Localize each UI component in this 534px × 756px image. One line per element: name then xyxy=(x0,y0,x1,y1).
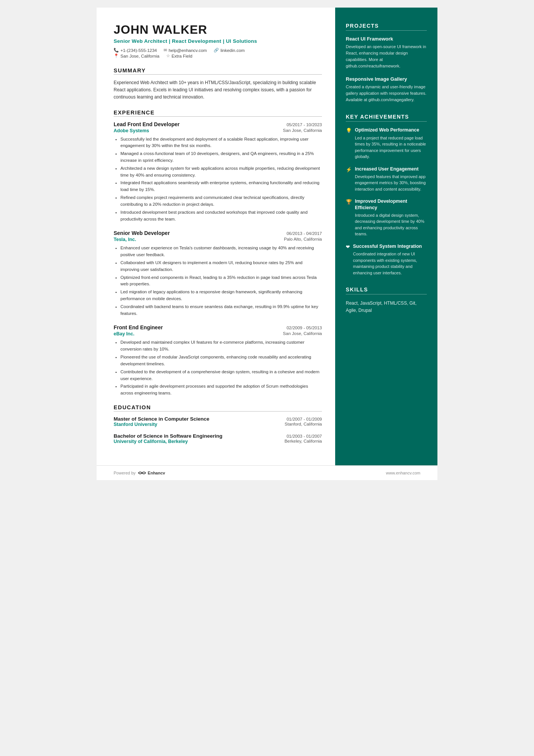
achievement-1-desc: Developed features that improved app eng… xyxy=(355,174,427,193)
bullet-item: Integrated React applications seamlessly… xyxy=(120,180,322,193)
achievements-title: KEY ACHIEVEMENTS xyxy=(346,114,427,120)
edu-1: Bachelor of Science in Software Engineer… xyxy=(114,433,322,444)
skills-text: React, JavaScript, HTML/CSS, Git, Agile,… xyxy=(346,300,427,314)
edu-1-header: Bachelor of Science in Software Engineer… xyxy=(114,433,322,439)
edu-0-dates: 01/2007 - 01/2009 xyxy=(287,417,322,421)
contact-row-1: 📞 +1-(234)-555-1234 ✉ help@enhancv.com 🔗… xyxy=(114,48,322,53)
phone-number: +1-(234)-555-1234 xyxy=(120,48,157,53)
project-0: React UI Framework Developed an open-sou… xyxy=(346,36,427,69)
skills-section: SKILLS React, JavaScript, HTML/CSS, Git,… xyxy=(346,286,427,314)
email-icon: ✉ xyxy=(164,48,167,53)
location-item: 📍 San Jose, California xyxy=(114,53,159,58)
edu-0-school-row: Stanford University Stanford, California xyxy=(114,422,322,427)
footer-website: www.enhancv.com xyxy=(386,471,420,475)
job-0-company: Adobe Systems xyxy=(114,128,149,133)
job-1-dates: 06/2013 - 04/2017 xyxy=(287,231,322,236)
resume-wrapper: JOHN WALKER Senior Web Architect | React… xyxy=(97,8,437,480)
achievement-3-content: Successful System Integration Coordinate… xyxy=(353,243,427,276)
header-section: JOHN WALKER Senior Web Architect | React… xyxy=(114,23,322,58)
linkedin-item: 🔗 linkedin.com xyxy=(214,48,245,53)
achievement-0-content: Optimized Web Performance Led a project … xyxy=(355,127,427,160)
edu-1-location: Berkeley, California xyxy=(284,439,322,444)
edu-1-school: University of California, Berkeley xyxy=(114,439,188,444)
achievement-3-desc: Coordinated integration of new UI compon… xyxy=(353,251,427,276)
edu-1-school-row: University of California, Berkeley Berke… xyxy=(114,439,322,444)
skills-divider xyxy=(346,294,427,294)
achievement-2-icon: 🏆 xyxy=(346,199,352,205)
bullet-item: Collaborated with UX designers to implem… xyxy=(120,260,322,273)
bullet-item: Refined complex project requirements and… xyxy=(120,194,322,208)
bullet-item: Successfully led the development and dep… xyxy=(120,136,322,150)
achievement-0: 💡 Optimized Web Performance Led a projec… xyxy=(346,127,427,160)
job-0-header: Lead Front End Developer 05/2017 - 10/20… xyxy=(114,121,322,127)
job-2: Front End Engineer 02/2009 - 05/2013 eBa… xyxy=(114,324,322,397)
edu-0-location: Stanford, California xyxy=(285,422,322,427)
achievement-1: ⚡ Increased User Engagement Developed fe… xyxy=(346,166,427,193)
achievements-section: KEY ACHIEVEMENTS 💡 Optimized Web Perform… xyxy=(346,114,427,276)
project-1-name: Responsive Image Gallery xyxy=(346,76,427,82)
brand-name: Enhancv xyxy=(148,471,165,475)
job-0-dates: 05/2017 - 10/2023 xyxy=(287,122,322,127)
achievement-2: 🏆 Improved Development Efficiency Introd… xyxy=(346,198,427,237)
projects-title: PROJECTS xyxy=(346,23,427,29)
projects-divider xyxy=(346,30,427,31)
skills-title: SKILLS xyxy=(346,286,427,293)
job-1-header: Senior Web Developer 06/2013 - 04/2017 xyxy=(114,230,322,236)
edu-1-degree: Bachelor of Science in Software Engineer… xyxy=(114,433,222,439)
job-1-company-row: Tesla, Inc. Palo Alto, California xyxy=(114,237,322,242)
job-2-location: San Jose, California xyxy=(283,331,322,337)
achievement-2-content: Improved Development Efficiency Introduc… xyxy=(355,198,427,237)
achievement-1-title: Increased User Engagement xyxy=(355,166,427,172)
contact-row-2: 📍 San Jose, California ☆ Extra Field xyxy=(114,53,322,58)
edu-0-header: Master of Science in Computer Science 01… xyxy=(114,416,322,422)
linkedin-icon: 🔗 xyxy=(214,48,219,53)
phone-item: 📞 +1-(234)-555-1234 xyxy=(114,48,157,53)
achievement-3: ❤ Successful System Integration Coordina… xyxy=(346,243,427,276)
footer: Powered by Enhancv www.enhancv.com xyxy=(97,465,437,480)
extra-field-text: Extra Field xyxy=(172,54,192,58)
edu-1-dates: 01/2003 - 01/2007 xyxy=(287,434,322,438)
enhancv-logo: Enhancv xyxy=(138,470,165,476)
job-1-company: Tesla, Inc. xyxy=(114,237,136,242)
bullet-item: Optimized front-end components in React,… xyxy=(120,274,322,288)
experience-divider xyxy=(114,116,322,117)
bullet-item: Pioneered the use of modular JavaScript … xyxy=(120,354,322,368)
powered-by-label: Powered by xyxy=(114,471,136,475)
logo-svg xyxy=(138,470,146,476)
achievement-3-title: Successful System Integration xyxy=(353,243,427,249)
education-section: EDUCATION Master of Science in Computer … xyxy=(114,404,322,444)
email-address: help@enhancv.com xyxy=(169,48,207,53)
job-2-title: Front End Engineer xyxy=(114,324,163,330)
summary-divider xyxy=(114,74,322,75)
bullet-item: Managed a cross-functional team of 10 de… xyxy=(120,150,322,164)
job-0-bullets: Successfully led the development and dep… xyxy=(114,136,322,223)
location-text: San Jose, California xyxy=(120,54,159,58)
bullet-item: Contributed to the development of a comp… xyxy=(120,369,322,382)
bullet-item: Architected a new design system for web … xyxy=(120,165,322,179)
left-column: JOHN WALKER Senior Web Architect | React… xyxy=(97,8,335,465)
summary-text: Experienced Web Architect with 10+ years… xyxy=(114,79,322,101)
job-2-company-row: eBay Inc. San Jose, California xyxy=(114,331,322,337)
job-1-bullets: Enhanced user experience on Tesla's cust… xyxy=(114,245,322,317)
phone-icon: 📞 xyxy=(114,48,119,53)
job-1-title: Senior Web Developer xyxy=(114,230,170,236)
achievement-1-content: Increased User Engagement Developed feat… xyxy=(355,166,427,193)
candidate-title: Senior Web Architect | React Development… xyxy=(114,38,322,44)
candidate-name: JOHN WALKER xyxy=(114,23,322,37)
edu-0-school: Stanford University xyxy=(114,422,157,427)
job-2-dates: 02/2009 - 05/2013 xyxy=(287,326,322,330)
job-2-bullets: Developed and maintained complex UI feat… xyxy=(114,339,322,397)
experience-section: EXPERIENCE Lead Front End Developer 05/2… xyxy=(114,110,322,397)
achievement-1-icon: ⚡ xyxy=(346,167,352,172)
job-1: Senior Web Developer 06/2013 - 04/2017 T… xyxy=(114,230,322,317)
right-column: PROJECTS React UI Framework Developed an… xyxy=(335,8,437,465)
achievement-2-desc: Introduced a digital design system, decr… xyxy=(355,212,427,237)
bullet-item: Coordinated with backend teams to ensure… xyxy=(120,304,322,317)
achievement-2-title: Improved Development Efficiency xyxy=(355,198,427,211)
bullet-item: Participated in agile development proces… xyxy=(120,383,322,397)
linkedin-url: linkedin.com xyxy=(220,48,245,53)
project-1-desc: Created a dynamic and user-friendly imag… xyxy=(346,84,427,103)
project-1: Responsive Image Gallery Created a dynam… xyxy=(346,76,427,103)
achievement-0-title: Optimized Web Performance xyxy=(355,127,427,133)
education-divider xyxy=(114,411,322,412)
